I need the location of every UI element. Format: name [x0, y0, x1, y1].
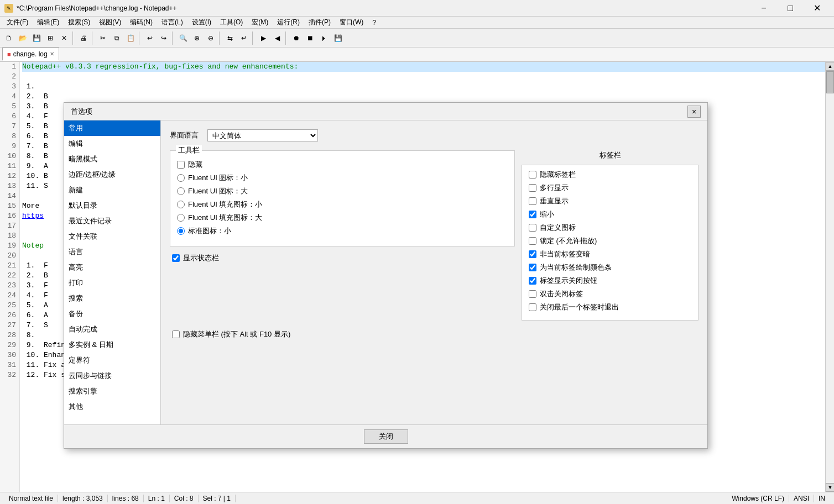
cat-item-other[interactable]: 其他 — [64, 399, 160, 414]
tabbar-closebtn-checkbox[interactable] — [529, 277, 536, 285]
menu-edit[interactable]: 编辑(E) — [33, 17, 64, 28]
tb-zoom-in[interactable]: ⊕ — [190, 32, 204, 45]
menubar-hide-checkbox[interactable] — [172, 330, 180, 338]
cat-item-language[interactable]: 语言 — [64, 244, 160, 260]
tb-wrap[interactable]: ↵ — [237, 32, 251, 45]
menu-window[interactable]: 窗口(W) — [335, 17, 368, 28]
cat-item-edit[interactable]: 编辑 — [64, 136, 160, 151]
minimize-button[interactable]: − — [751, 0, 776, 17]
window-controls: − □ ✕ — [751, 0, 830, 17]
tabbar-small-checkbox[interactable] — [529, 211, 536, 218]
tabbar-vertical-label: 垂直显示 — [540, 196, 569, 206]
tabbar-hide-checkbox[interactable] — [529, 171, 536, 179]
cat-item-new[interactable]: 新建 — [64, 182, 160, 198]
tb-copy[interactable]: ⧉ — [110, 32, 123, 45]
tabbar-vertical-checkbox[interactable] — [529, 197, 536, 205]
toolbar-fluent-large-radio[interactable] — [177, 187, 185, 195]
cat-item-highlight[interactable]: 高亮 — [64, 260, 160, 275]
tb-print[interactable]: 🖨 — [77, 32, 90, 45]
toolbar-fluent-fill-small-radio[interactable] — [177, 201, 185, 208]
scroll-up-arrow[interactable]: ▲ — [826, 62, 834, 71]
tabbar-multiline-checkbox[interactable] — [529, 184, 536, 192]
app-icon: ✎ — [4, 4, 13, 13]
tb-new[interactable]: 🗋 — [2, 32, 15, 45]
close-button[interactable]: ✕ — [804, 0, 830, 17]
lang-label: 界面语言 — [170, 130, 203, 140]
dialog-footer-close-button[interactable]: 关闭 — [364, 429, 408, 444]
tabbar-panel-title: 标签栏 — [522, 150, 699, 160]
maximize-button[interactable]: □ — [778, 0, 803, 17]
tabbar-custom-icon-checkbox[interactable] — [529, 224, 536, 232]
tab-close-icon[interactable]: ✕ — [50, 51, 54, 57]
dialog-close-button[interactable]: × — [687, 106, 701, 118]
cat-item-print[interactable]: 打印 — [64, 275, 160, 291]
menu-plugins[interactable]: 插件(P) — [304, 17, 335, 28]
menu-language[interactable]: 语言(L) — [157, 17, 187, 28]
tabbar-hide-row: 隐藏标签栏 — [529, 170, 691, 180]
cat-item-default-dir[interactable]: 默认目录 — [64, 198, 160, 213]
toolbar-fluent-fill-large-radio[interactable] — [177, 214, 185, 222]
tabbar-dblclose-row: 双击关闭标签 — [529, 289, 691, 299]
tb-save-all[interactable]: ⊞ — [44, 32, 57, 45]
tabbar-exitlast-checkbox[interactable] — [529, 303, 536, 311]
menu-tools[interactable]: 工具(O) — [216, 17, 247, 28]
cat-item-dark[interactable]: 暗黑模式 — [64, 151, 160, 167]
category-list: 常用 编辑 暗黑模式 边距/边框/边缘 新建 默认目录 最近文件记录 文件关联 … — [64, 120, 161, 424]
tb-redo[interactable]: ↪ — [157, 32, 170, 45]
tb-macro-save[interactable]: 💾 — [331, 32, 345, 45]
cat-item-delimiter[interactable]: 定界符 — [64, 353, 160, 368]
lang-select[interactable]: 中文简体 English Français Deutsch — [207, 129, 318, 141]
tb-zoom-out[interactable]: ⊖ — [204, 32, 217, 45]
cat-item-cloud[interactable]: 云同步与链接 — [64, 368, 160, 384]
menu-search[interactable]: 搜索(S) — [64, 17, 95, 28]
toolbar-standard-small-radio[interactable] — [177, 227, 185, 235]
cat-item-recent-files[interactable]: 最近文件记录 — [64, 213, 160, 229]
tabbar-color-checkbox[interactable] — [529, 264, 536, 271]
tb-save[interactable]: 💾 — [30, 32, 43, 45]
status-ln: Ln : 1 — [144, 495, 170, 502]
tb-sep-2 — [92, 32, 95, 45]
tb-close[interactable]: ✕ — [58, 32, 71, 45]
tab-changelog[interactable]: ■ change. log ✕ — [2, 48, 59, 61]
cat-item-searchengine[interactable]: 搜索引擎 — [64, 384, 160, 399]
tb-macro-play[interactable]: ⏵ — [317, 32, 331, 45]
tb-macro-stop[interactable]: ⏹ — [304, 32, 317, 45]
tb-outdent[interactable]: ◀ — [270, 32, 284, 45]
menu-settings[interactable]: 设置(I) — [187, 17, 216, 28]
cat-item-backup[interactable]: 备份 — [64, 306, 160, 322]
toolbar-fluent-small-radio[interactable] — [177, 174, 185, 182]
cat-item-autocomplete[interactable]: 自动完成 — [64, 322, 160, 337]
cat-item-search[interactable]: 搜索 — [64, 291, 160, 306]
scroll-down-arrow[interactable]: ▼ — [826, 483, 834, 492]
tb-open[interactable]: 📂 — [16, 32, 29, 45]
menu-view[interactable]: 视图(V) — [95, 17, 126, 28]
vertical-scrollbar[interactable]: ▲ ▼ — [825, 62, 834, 492]
cat-item-file-assoc[interactable]: 文件关联 — [64, 229, 160, 244]
cat-item-multiinst[interactable]: 多实例 & 日期 — [64, 337, 160, 353]
toolbar-hide-row: 隐藏 — [177, 160, 508, 170]
tb-indent[interactable]: ▶ — [257, 32, 270, 45]
tb-paste[interactable]: 📋 — [124, 32, 137, 45]
menu-file[interactable]: 文件(F) — [2, 17, 33, 28]
cat-item-margin[interactable]: 边距/边框/边缘 — [64, 167, 160, 182]
line-numbers: 12345 678910 1112131415 1617181920 21222… — [0, 62, 20, 492]
menubar: 文件(F) 编辑(E) 搜索(S) 视图(V) 编码(N) 语言(L) 设置(I… — [0, 17, 834, 29]
tb-undo[interactable]: ↩ — [143, 32, 157, 45]
tb-cut[interactable]: ✂ — [96, 32, 110, 45]
scroll-thumb[interactable] — [826, 71, 834, 93]
tab-label: change. log — [13, 50, 48, 58]
tb-macro-rec[interactable]: ⏺ — [290, 32, 303, 45]
toolbar-hide-checkbox[interactable] — [177, 161, 185, 169]
menu-macro[interactable]: 宏(M) — [247, 17, 273, 28]
tabbar-dim-checkbox[interactable] — [529, 250, 536, 258]
tb-find[interactable]: 🔍 — [176, 32, 190, 45]
tb-sync[interactable]: ⇆ — [223, 32, 237, 45]
tabbar-lock-checkbox[interactable] — [529, 237, 536, 245]
tabbar-dblclose-checkbox[interactable] — [529, 290, 536, 298]
menu-help[interactable]: ? — [368, 18, 380, 28]
menu-run[interactable]: 运行(R) — [273, 17, 304, 28]
menu-encoding[interactable]: 编码(N) — [126, 17, 157, 28]
statusbar-label: 显示状态栏 — [183, 253, 219, 263]
cat-item-general[interactable]: 常用 — [64, 120, 160, 136]
statusbar-checkbox[interactable] — [172, 254, 180, 262]
